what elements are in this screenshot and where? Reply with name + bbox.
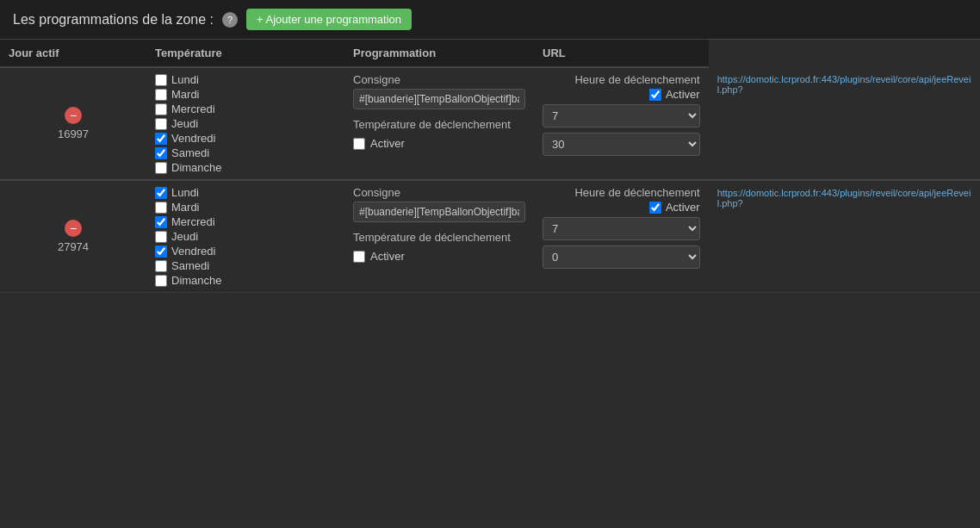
day-label: Lundi xyxy=(171,73,199,86)
heure-select[interactable]: 01234567891011121314151617181920212223 xyxy=(543,104,700,127)
heure-declenchement-label: Heure de déclenchement xyxy=(543,73,700,86)
day-label: Mercredi xyxy=(171,102,215,115)
day-label: Jeudi xyxy=(171,117,198,130)
day-checkbox[interactable] xyxy=(155,118,167,130)
url-cell: https://domotic.lcrprod.fr:443/plugins/r… xyxy=(709,67,980,180)
temp-declenchement-section: Température de déclenchement xyxy=(353,231,525,246)
day-label: Vendredi xyxy=(171,132,215,145)
day-checkbox[interactable] xyxy=(155,202,167,214)
consigne-label: Consigne xyxy=(353,186,525,199)
prog-activer-checkbox[interactable] xyxy=(649,89,661,101)
day-checkbox[interactable] xyxy=(155,245,167,258)
day-checkbox[interactable] xyxy=(155,275,167,287)
consigne-input[interactable] xyxy=(353,89,525,109)
row-id: 16997 xyxy=(9,127,138,140)
day-label: Vendredi xyxy=(171,245,215,258)
consigne-input[interactable] xyxy=(353,202,525,222)
temp-declenchement-label: Température de déclenchement xyxy=(353,231,511,244)
remove-button[interactable]: − xyxy=(65,107,82,124)
prog-activer-label: Activer xyxy=(666,201,700,214)
day-row: Mardi xyxy=(155,88,336,101)
table-row: − 27974 LundiMardiMercrediJeudiVendrediS… xyxy=(0,180,980,293)
row-id-cell: − 27974 xyxy=(0,180,146,293)
temp-activer-checkbox[interactable] xyxy=(353,251,365,263)
temp-activer-checkbox[interactable] xyxy=(353,138,365,150)
heure-select[interactable]: 01234567891011121314151617181920212223 xyxy=(543,217,700,240)
add-programmation-button[interactable]: + Ajouter une programmation xyxy=(246,9,412,30)
day-label: Jeudi xyxy=(171,230,198,243)
day-checkbox[interactable] xyxy=(155,187,167,199)
minute-select[interactable]: 0123456789101112131415161718192021222324… xyxy=(543,245,700,269)
temp-declenchement-section: Température de déclenchement xyxy=(353,118,525,134)
day-checkbox[interactable] xyxy=(155,216,167,228)
day-label: Mardi xyxy=(171,201,200,214)
programmations-table: Jour actif Température Programmation URL… xyxy=(0,40,980,293)
day-row: Jeudi xyxy=(155,230,336,243)
day-row: Mercredi xyxy=(155,215,336,228)
temp-activer-label: Activer xyxy=(370,250,405,263)
page-header: Les programmations de la zone : ? + Ajou… xyxy=(0,0,980,40)
day-checkbox[interactable] xyxy=(155,74,167,86)
day-row: Samedi xyxy=(155,146,336,159)
programmations-table-container: Jour actif Température Programmation URL… xyxy=(0,40,980,293)
help-icon[interactable]: ? xyxy=(222,12,238,28)
day-row: Dimanche xyxy=(155,274,336,287)
programmation-cell: Heure de déclenchement Activer 012345678… xyxy=(534,180,709,293)
day-row: Dimanche xyxy=(155,161,336,174)
day-row: Vendredi xyxy=(155,132,336,145)
col-url: URL xyxy=(534,40,709,67)
temp-activer-section: Activer xyxy=(353,250,525,263)
prog-activer-row: Activer xyxy=(543,201,700,214)
day-checkbox[interactable] xyxy=(155,89,167,101)
prog-activer-row: Activer xyxy=(543,88,700,101)
url-cell: https://domotic.lcrprod.fr:443/plugins/r… xyxy=(709,180,980,293)
day-row: Jeudi xyxy=(155,117,336,130)
prog-activer-label: Activer xyxy=(666,88,700,101)
programmation-cell: Heure de déclenchement Activer 012345678… xyxy=(534,67,709,180)
day-checkbox[interactable] xyxy=(155,133,167,145)
day-row: Mardi xyxy=(155,201,336,214)
temp-activer-section: Activer xyxy=(353,137,525,150)
minute-select[interactable]: 0123456789101112131415161718192021222324… xyxy=(543,133,700,156)
page-title: Les programmations de la zone : xyxy=(13,12,214,28)
day-checkbox[interactable] xyxy=(155,103,167,115)
col-jour-actif: Jour actif xyxy=(0,40,146,67)
day-checkbox[interactable] xyxy=(155,260,167,272)
temperature-cell: Consigne Température de déclenchement Ac… xyxy=(344,67,534,180)
day-label: Samedi xyxy=(171,259,209,272)
heure-declenchement-label: Heure de déclenchement xyxy=(543,186,700,199)
days-cell: LundiMardiMercrediJeudiVendrediSamediDim… xyxy=(146,67,344,180)
prog-activer-checkbox[interactable] xyxy=(649,202,661,214)
day-row: Samedi xyxy=(155,259,336,272)
day-row: Lundi xyxy=(155,73,336,86)
day-label: Samedi xyxy=(171,146,209,159)
row-id-cell: − 16997 xyxy=(0,67,146,180)
day-checkbox[interactable] xyxy=(155,231,167,243)
temp-declenchement-label: Température de déclenchement xyxy=(353,118,511,131)
day-label: Dimanche xyxy=(171,274,222,287)
remove-button[interactable]: − xyxy=(65,220,82,237)
temp-activer-label: Activer xyxy=(370,137,405,150)
day-row: Mercredi xyxy=(155,102,336,115)
day-checkbox[interactable] xyxy=(155,147,167,159)
row-id: 27974 xyxy=(9,240,138,253)
consigne-label: Consigne xyxy=(353,73,525,86)
day-label: Dimanche xyxy=(171,161,222,174)
col-temperature: Température xyxy=(146,40,344,67)
temperature-cell: Consigne Température de déclenchement Ac… xyxy=(344,180,534,293)
table-row: − 16997 LundiMardiMercrediJeudiVendrediS… xyxy=(0,67,980,180)
day-label: Lundi xyxy=(171,186,199,199)
day-row: Vendredi xyxy=(155,245,336,258)
day-label: Mardi xyxy=(171,88,200,101)
days-cell: LundiMardiMercrediJeudiVendrediSamediDim… xyxy=(146,180,344,293)
day-row: Lundi xyxy=(155,186,336,199)
col-programmation: Programmation xyxy=(344,40,534,67)
day-checkbox[interactable] xyxy=(155,162,167,174)
day-label: Mercredi xyxy=(171,215,215,228)
